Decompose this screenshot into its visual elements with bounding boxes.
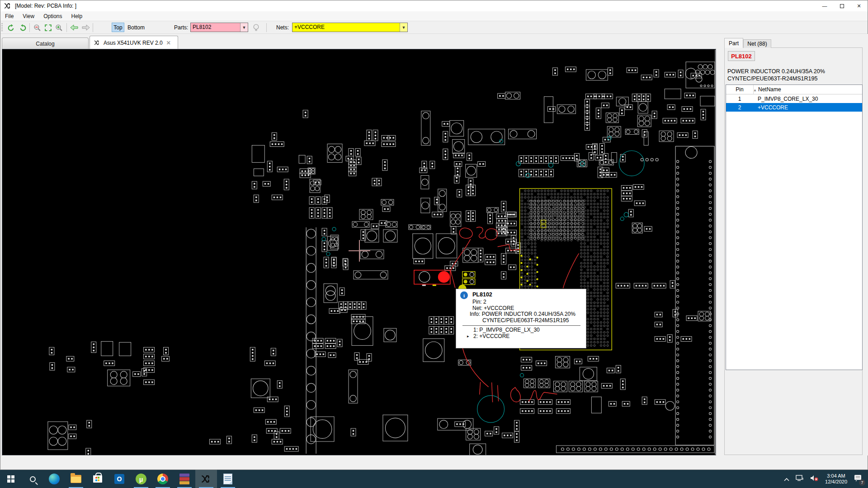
menu-view[interactable]: View xyxy=(18,12,39,20)
taskbar-clock[interactable]: 3:04 AM 12/4/2020 xyxy=(825,473,847,485)
taskbar-boardviewer[interactable] xyxy=(195,470,217,488)
utorrent-icon: µ xyxy=(136,474,146,484)
tooltip-net: Net: +VCCCORE xyxy=(472,305,586,312)
notepad-icon xyxy=(223,474,232,484)
tooltip-info: Info: POWER INDUCTOR 0.24UH/35A 20% xyxy=(470,311,586,318)
toolbar-grip xyxy=(1,23,3,32)
panel-tab-net[interactable]: Net (88) xyxy=(743,39,771,48)
notification-badge: 7 xyxy=(859,479,865,486)
boardviewer-icon xyxy=(201,474,211,484)
top-side-toggle[interactable]: Top xyxy=(112,23,124,32)
board-svg[interactable] xyxy=(2,49,716,455)
tab-board-active[interactable]: Asus X541UVK REV 2.0 ✕ xyxy=(90,36,178,49)
nets-dropdown-icon[interactable]: ▼ xyxy=(400,23,407,32)
menu-help[interactable]: Help xyxy=(67,12,87,20)
store-icon xyxy=(93,475,102,483)
tooltip-pin1: 1: P_IMVP8_CORE_LX_30 xyxy=(473,327,586,333)
tooltip-info2: CYNTEC/PEUE063T-R24MS1R195 xyxy=(482,318,586,324)
menu-options[interactable]: Options xyxy=(39,12,66,20)
panel-tab-part[interactable]: Part xyxy=(724,38,743,48)
parts-label: Parts: xyxy=(174,24,188,31)
outlook-icon: O xyxy=(114,474,124,484)
board-tab-label: Asus X541UVK REV 2.0 xyxy=(104,40,163,46)
notification-center-icon[interactable]: 7 xyxy=(854,474,862,483)
system-tray: 3:04 AM 12/4/2020 7 xyxy=(781,470,865,488)
app-icon xyxy=(4,2,11,9)
bottom-side-toggle[interactable]: Bottom xyxy=(125,23,147,32)
rotate-cw-icon[interactable] xyxy=(18,23,28,33)
nets-combobox[interactable]: +VCCCORE ▼ xyxy=(292,23,408,32)
file-explorer-icon xyxy=(71,475,81,483)
tray-volume-muted-icon[interactable] xyxy=(810,475,818,483)
zoom-in-icon[interactable] xyxy=(54,23,64,33)
tooltip-pin2: ▸2: +VCCCORE xyxy=(473,333,586,340)
document-tab-bar: Catalog Asus X541UVK REV 2.0 ✕ xyxy=(0,34,718,49)
taskbar: O µ 3:04 AM 12/4/2020 7 xyxy=(0,470,868,488)
rotate-ccw-icon[interactable] xyxy=(6,23,16,33)
nets-value: +VCCCORE xyxy=(292,23,400,32)
maximize-button[interactable] xyxy=(833,0,850,11)
panel-part-id: PL8102 xyxy=(728,51,755,61)
forward-icon[interactable] xyxy=(81,23,91,33)
highlight-bulb-icon[interactable] xyxy=(251,23,261,33)
col-netname[interactable]: NetName xyxy=(753,85,862,94)
close-button[interactable]: ✕ xyxy=(850,0,868,11)
taskbar-outlook[interactable]: O xyxy=(108,470,130,488)
sort-asc-icon: ▲ xyxy=(753,88,757,92)
pin-net-table: Pin▲ NetName 1 P_IMVP8_CORE_LX_30 2 +VCC… xyxy=(726,84,863,370)
taskbar-search[interactable] xyxy=(22,470,43,488)
inspector-panel: Part Net (88) PL8102 POWER INDUCTOR 0.24… xyxy=(719,34,868,455)
minimize-button[interactable]: — xyxy=(816,0,833,11)
parts-combobox[interactable]: PL8102 ▼ xyxy=(190,23,248,32)
board-tab-icon xyxy=(94,40,100,46)
table-header[interactable]: Pin▲ NetName xyxy=(726,85,862,94)
selected-part-highlight[interactable] xyxy=(414,270,450,286)
app-window: [Model: Rev: PCBA Info: ] — ✕ File View … xyxy=(0,0,868,470)
taskbar-explorer[interactable] xyxy=(65,470,87,488)
tooltip-part-id: PL8102 xyxy=(472,291,492,298)
search-icon xyxy=(30,476,36,482)
tray-chevron-icon[interactable] xyxy=(784,475,789,483)
menu-file[interactable]: File xyxy=(0,12,18,20)
clock-date: 12/4/2020 xyxy=(825,479,847,484)
window-title: [Model: Rev: PCBA Info: ] xyxy=(15,3,76,9)
part-tooltip: i PL8102 Pin: 2 Net: +VCCCORE Info: POWE… xyxy=(456,289,586,348)
tooltip-pin: Pin: 2 xyxy=(472,299,586,305)
menu-bar: File View Options Help xyxy=(0,11,868,21)
windows-logo-icon xyxy=(7,475,14,483)
tab-close-icon[interactable]: ✕ xyxy=(166,40,171,46)
taskbar-winrar[interactable] xyxy=(174,470,195,488)
tab-catalog[interactable]: Catalog xyxy=(2,38,89,49)
info-icon: i xyxy=(460,291,468,299)
col-pin[interactable]: Pin▲ xyxy=(726,86,753,93)
tray-network-icon[interactable] xyxy=(796,475,804,483)
table-row-selected[interactable]: 2 +VCCCORE xyxy=(726,103,862,112)
active-pin-marker: ▸ xyxy=(467,333,469,340)
taskbar-utorrent[interactable]: µ xyxy=(130,470,152,488)
title-bar: [Model: Rev: PCBA Info: ] — ✕ xyxy=(0,0,868,11)
crosshair xyxy=(349,240,370,262)
board-canvas[interactable] xyxy=(2,49,716,455)
parts-value: PL8102 xyxy=(191,23,240,32)
winrar-icon xyxy=(179,474,189,484)
edge-icon xyxy=(49,474,60,484)
parts-dropdown-icon[interactable]: ▼ xyxy=(240,23,248,32)
zoom-fit-icon[interactable] xyxy=(43,23,53,33)
start-button[interactable] xyxy=(0,470,22,488)
toolbar: Top Bottom Parts: PL8102 ▼ Nets: +VCCCOR… xyxy=(0,21,868,34)
taskbar-notepad[interactable] xyxy=(217,470,239,488)
taskbar-chrome[interactable] xyxy=(152,470,174,488)
panel-desc-line1: POWER INDUCTOR 0.24UH/35A 20% xyxy=(727,68,825,75)
tooltip-separator xyxy=(462,325,580,326)
table-row[interactable]: 1 P_IMVP8_CORE_LX_30 xyxy=(726,94,862,103)
panel-desc-line2: CYNTEC/PEUE063T-R24MS1R195 xyxy=(727,75,817,82)
taskbar-edge[interactable] xyxy=(43,470,65,488)
clock-time: 3:04 AM xyxy=(827,473,845,479)
board-components xyxy=(48,50,715,455)
taskbar-store[interactable] xyxy=(87,470,108,488)
nets-label: Nets: xyxy=(276,24,289,31)
back-icon[interactable] xyxy=(69,23,79,33)
zoom-out-icon[interactable] xyxy=(32,23,42,33)
chrome-icon xyxy=(157,474,168,484)
